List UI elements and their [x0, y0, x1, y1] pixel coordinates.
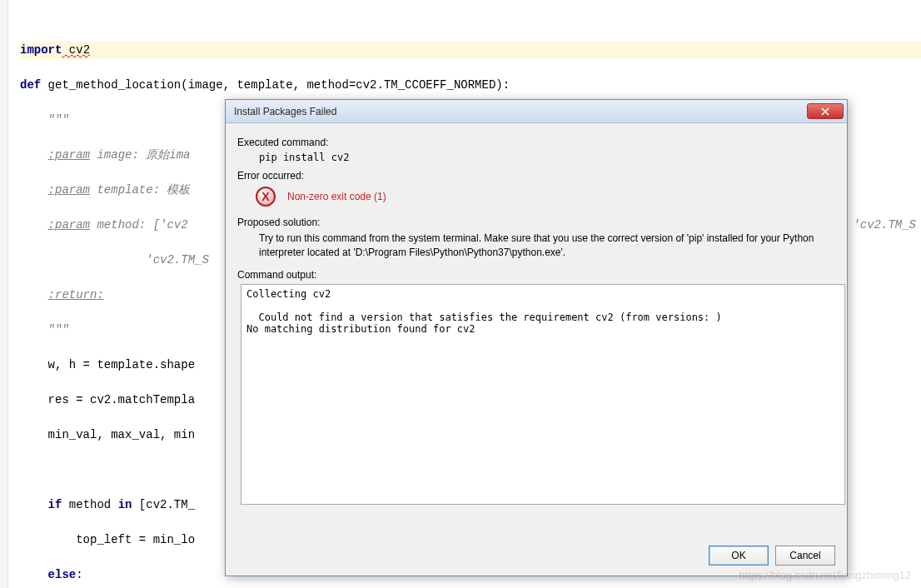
highlighted-line: import cv2 [20, 42, 921, 59]
close-icon [821, 107, 829, 116]
executed-command-label: Executed command: [237, 137, 835, 148]
error-occurred-label: Error occurred: [237, 170, 835, 182]
proposed-solution-label: Proposed solution: [237, 217, 835, 228]
error-text: Non-zero exit code (1) [287, 191, 386, 202]
code-line: def get_method_location(image, template,… [20, 77, 921, 94]
dialog-title: Install Packages Failed [234, 106, 336, 117]
cancel-button[interactable]: Cancel [775, 546, 835, 566]
error-row: X Non-zero exit code (1) [237, 182, 835, 212]
install-packages-failed-dialog: Install Packages Failed Executed command… [225, 99, 848, 576]
ok-button[interactable]: OK [709, 546, 769, 566]
error-icon: X [256, 187, 276, 207]
executed-command-text: pip install cv2 [237, 148, 835, 165]
unresolved-import: cv2 [62, 43, 90, 57]
dialog-body: Executed command: pip install cv2 Error … [226, 123, 847, 505]
close-button[interactable] [807, 103, 844, 119]
proposed-solution-text: Try to run this command from the system … [237, 228, 835, 262]
dialog-titlebar[interactable]: Install Packages Failed [226, 100, 847, 123]
dialog-button-row: OK Cancel [709, 546, 835, 566]
command-output-label: Command output: [237, 269, 835, 281]
command-output-box[interactable]: Collecting cv2 Could not find a version … [241, 284, 845, 505]
watermark: https://blog.csdn.net/liangzhiming12 [739, 569, 911, 581]
